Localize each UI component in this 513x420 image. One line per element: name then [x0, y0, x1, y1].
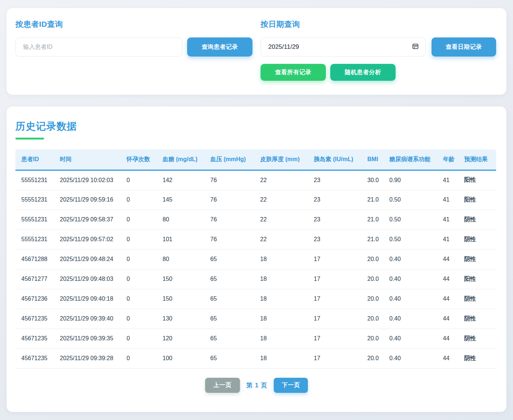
cell-glucose: 145 — [157, 190, 204, 210]
table-row: 555512312025/11/29 09:59:16014576222321.… — [15, 190, 496, 210]
cell-age: 44 — [437, 348, 458, 368]
cell-time: 2025/11/29 09:48:03 — [54, 269, 121, 289]
cell-insulin: 23 — [308, 190, 361, 210]
calendar-icon[interactable] — [412, 43, 419, 51]
cell-pregnancies: 0 — [121, 289, 157, 309]
col-header-age: 年龄 — [437, 149, 458, 170]
date-input[interactable]: 2025/11/29 — [261, 37, 426, 57]
cell-glucose: 80 — [157, 249, 204, 269]
cell-patient-id: 45671236 — [15, 289, 54, 309]
cell-result: 阴性 — [458, 229, 496, 249]
cell-age: 41 — [437, 210, 458, 229]
cell-glucose: 120 — [157, 329, 204, 348]
cell-result: 阳性 — [458, 170, 496, 190]
table-row: 555512312025/11/29 10:02:03014276222330.… — [15, 170, 496, 190]
cell-time: 2025/11/29 10:02:03 — [54, 170, 121, 190]
records-table: 患者ID 时间 怀孕次数 血糖 (mg/dL) 血压 (mmHg) 皮肤厚度 (… — [15, 149, 496, 369]
cell-bmi: 21.0 — [361, 229, 383, 249]
cell-bmi: 21.0 — [361, 190, 383, 210]
cell-age: 44 — [437, 269, 458, 289]
table-row: 555512312025/11/29 09:58:3708076222321.0… — [15, 210, 496, 229]
col-header-pregnancies: 怀孕次数 — [121, 149, 157, 170]
cell-dpf: 0.40 — [383, 269, 437, 289]
cell-result: 阳性 — [458, 190, 496, 210]
cell-age: 41 — [437, 190, 458, 210]
view-date-records-button[interactable]: 查看日期记录 — [432, 37, 496, 57]
cell-age: 44 — [437, 249, 458, 269]
cell-time: 2025/11/29 09:39:35 — [54, 329, 121, 348]
col-header-bmi: BMI — [361, 149, 383, 170]
cell-bmi: 20.0 — [361, 269, 383, 289]
cell-bp: 65 — [204, 249, 254, 269]
cell-glucose: 101 — [157, 229, 204, 249]
page-indicator: 第 1 页 — [246, 381, 268, 390]
cell-result: 阴性 — [458, 329, 496, 348]
cell-time: 2025/11/29 09:39:28 — [54, 348, 121, 368]
cell-skin: 18 — [254, 329, 308, 348]
cell-result: 阴性 — [458, 249, 496, 269]
cell-patient-id: 55551231 — [15, 190, 54, 210]
cell-skin: 22 — [254, 170, 308, 190]
col-header-dpf: 糖尿病谱系功能 — [383, 149, 437, 170]
table-header-row: 患者ID 时间 怀孕次数 血糖 (mg/dL) 血压 (mmHg) 皮肤厚度 (… — [15, 149, 496, 170]
cell-bp: 76 — [204, 170, 254, 190]
col-header-time: 时间 — [54, 149, 121, 170]
table-row: 456712362025/11/29 09:40:18015065181720.… — [15, 289, 496, 309]
cell-patient-id: 45671288 — [15, 249, 54, 269]
cell-time: 2025/11/29 09:48:24 — [54, 249, 121, 269]
prev-page-button[interactable]: 上一页 — [205, 378, 240, 393]
cell-pregnancies: 0 — [121, 190, 157, 210]
cell-bmi: 20.0 — [361, 249, 383, 269]
cell-result: 阴性 — [458, 210, 496, 229]
pagination: 上一页 第 1 页 下一页 — [15, 378, 498, 393]
cell-insulin: 23 — [308, 210, 361, 229]
next-page-button[interactable]: 下一页 — [274, 378, 308, 393]
cell-age: 41 — [437, 229, 458, 249]
col-header-insulin: 胰岛素 (IU/mL) — [308, 149, 361, 170]
cell-insulin: 23 — [308, 170, 361, 190]
cell-bmi: 20.0 — [361, 329, 383, 348]
cell-insulin: 17 — [308, 329, 361, 348]
cell-glucose: 100 — [157, 348, 204, 368]
cell-insulin: 17 — [308, 309, 361, 329]
cell-skin: 18 — [254, 289, 308, 309]
cell-patient-id: 45671235 — [15, 309, 54, 329]
cell-pregnancies: 0 — [121, 170, 157, 190]
cell-patient-id: 55551231 — [15, 210, 54, 229]
cell-glucose: 150 — [157, 289, 204, 309]
cell-pregnancies: 0 — [121, 229, 157, 249]
cell-patient-id: 45671235 — [15, 329, 54, 348]
cell-bp: 65 — [204, 329, 254, 348]
table-row: 456712352025/11/29 09:39:28010065181720.… — [15, 348, 496, 368]
cell-skin: 22 — [254, 190, 308, 210]
cell-glucose: 80 — [157, 210, 204, 229]
view-all-records-button[interactable]: 查看所有记录 — [261, 64, 326, 81]
cell-pregnancies: 0 — [121, 309, 157, 329]
query-patient-records-button[interactable]: 查询患者记录 — [187, 37, 252, 57]
search-by-id-section: 按患者ID查询 查询患者记录 — [15, 19, 252, 84]
cell-time: 2025/11/29 09:39:40 — [54, 309, 121, 329]
random-patient-analysis-button[interactable]: 随机患者分析 — [330, 64, 396, 81]
title-underline — [15, 138, 44, 140]
cell-insulin: 17 — [308, 289, 361, 309]
col-header-glucose: 血糖 (mg/dL) — [157, 149, 204, 170]
table-row: 456712882025/11/29 09:48:2408065181720.0… — [15, 249, 496, 269]
cell-dpf: 0.40 — [383, 348, 437, 368]
search-by-date-section: 按日期查询 2025/11/29 查看日期记录 查看所有记录 — [261, 19, 496, 84]
cell-pregnancies: 0 — [121, 348, 157, 368]
cell-patient-id: 45671277 — [15, 269, 54, 289]
cell-bmi: 20.0 — [361, 348, 383, 368]
cell-result: 阴性 — [458, 289, 496, 309]
col-header-patient-id: 患者ID — [15, 149, 54, 170]
cell-age: 41 — [437, 170, 458, 190]
cell-dpf: 0.50 — [383, 210, 437, 229]
cell-pregnancies: 0 — [121, 210, 157, 229]
cell-bmi: 21.0 — [361, 210, 383, 229]
table-row: 456712772025/11/29 09:48:03015065181720.… — [15, 269, 496, 289]
patient-id-input[interactable] — [15, 37, 182, 57]
cell-glucose: 130 — [157, 309, 204, 329]
cell-bp: 76 — [204, 210, 254, 229]
col-header-prediction: 预测结果 — [458, 149, 496, 170]
cell-dpf: 0.40 — [383, 329, 437, 348]
cell-time: 2025/11/29 09:58:37 — [54, 210, 121, 229]
